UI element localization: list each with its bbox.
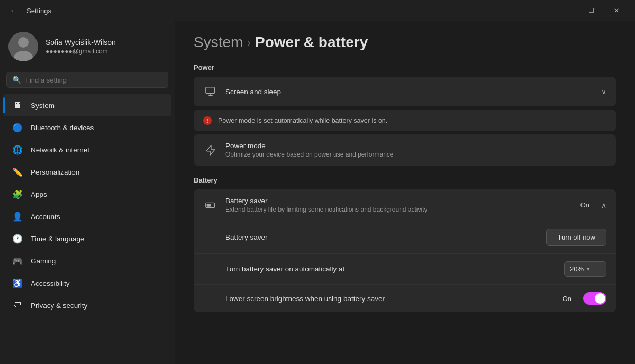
sidebar-item-label: Bluetooth & devices xyxy=(31,124,94,132)
lower-brightness-label: Lower screen brightness when using batte… xyxy=(225,295,555,303)
main-layout: Sofia Wyciślik-Wilson ●●●●●●●@gmail.com … xyxy=(0,21,635,364)
screen-sleep-title: Screen and sleep xyxy=(225,88,594,96)
power-mode-icon xyxy=(203,143,218,158)
toggle-thumb xyxy=(595,293,605,304)
content-area: System › Power & battery Power Screen an… xyxy=(175,21,635,364)
sidebar-item-accessibility[interactable]: ♿ Accessibility xyxy=(3,272,171,294)
warning-icon: ! xyxy=(203,116,212,125)
svg-rect-3 xyxy=(206,87,215,94)
sidebar-item-system[interactable]: 🖥 System xyxy=(3,94,171,116)
power-mode-title: Power mode xyxy=(225,142,606,150)
battery-section-title: Battery xyxy=(194,176,616,184)
power-mode-row[interactable]: Power mode Optimize your device based on… xyxy=(194,134,616,166)
user-info: Sofia Wyciślik-Wilson ●●●●●●●@gmail.com xyxy=(46,38,116,55)
accounts-icon: 👤 xyxy=(12,211,23,222)
accessibility-icon: ♿ xyxy=(12,277,23,289)
battery-saver-badge: On xyxy=(580,201,589,209)
window-controls: — ☐ ✕ xyxy=(554,2,629,19)
lower-brightness-row: Lower screen brightness when using batte… xyxy=(194,284,616,312)
screen-sleep-card: Screen and sleep ∨ xyxy=(194,77,616,106)
search-box[interactable]: 🔍 xyxy=(6,72,168,88)
svg-rect-5 xyxy=(207,204,211,207)
auto-battery-row: Turn battery saver on automatically at 2… xyxy=(194,253,616,284)
back-button[interactable]: ← xyxy=(6,3,21,18)
chevron-down-icon: ▾ xyxy=(587,266,590,272)
power-section-title: Power xyxy=(194,63,616,71)
close-button[interactable]: ✕ xyxy=(604,2,629,19)
screen-sleep-row[interactable]: Screen and sleep ∨ xyxy=(194,77,616,106)
sidebar-item-label: Apps xyxy=(31,190,47,198)
auto-battery-label: Turn battery saver on automatically at xyxy=(225,265,557,273)
gaming-icon: 🎮 xyxy=(12,255,23,267)
maximize-button[interactable]: ☐ xyxy=(579,2,603,19)
battery-saver-header[interactable]: Battery saver Extend battery life by lim… xyxy=(194,189,616,221)
lower-brightness-toggle[interactable] xyxy=(583,292,606,305)
sidebar-item-time[interactable]: 🕐 Time & language xyxy=(3,228,171,250)
battery-saver-text: Battery saver Extend battery life by lim… xyxy=(225,197,573,213)
sidebar-item-label: Time & language xyxy=(31,235,85,243)
back-icon: ← xyxy=(10,6,18,15)
sidebar-item-personalization[interactable]: ✏️ Personalization xyxy=(3,161,171,183)
system-icon: 🖥 xyxy=(12,99,23,111)
battery-section: Battery Battery saver Extend battery li xyxy=(194,176,616,312)
battery-saver-toggle-row: Battery saver Turn off now xyxy=(194,221,616,253)
warning-text: Power mode is set automatically while ba… xyxy=(218,117,387,124)
auto-battery-select[interactable]: 20% ▾ xyxy=(564,261,606,277)
power-mode-card: Power mode Optimize your device based on… xyxy=(194,134,616,166)
network-icon: 🌐 xyxy=(12,144,23,156)
battery-saver-card: Battery saver Extend battery life by lim… xyxy=(194,189,616,312)
battery-saver-sub: Extend battery life by limiting some not… xyxy=(225,206,573,213)
sidebar-item-label: Accounts xyxy=(31,213,60,221)
battery-saver-row-label: Battery saver xyxy=(225,233,539,241)
breadcrumb-parent[interactable]: System xyxy=(194,34,243,51)
user-email: ●●●●●●●@gmail.com xyxy=(46,48,116,55)
privacy-icon: 🛡 xyxy=(12,299,23,311)
battery-saver-title: Battery saver xyxy=(225,197,573,205)
battery-saver-chevron: ∧ xyxy=(601,201,606,210)
svg-point-1 xyxy=(18,37,29,48)
sidebar-item-label: Accessibility xyxy=(31,279,70,287)
apps-icon: 🧩 xyxy=(12,188,23,200)
auto-battery-value: 20% xyxy=(570,265,584,273)
sidebar-item-label: Privacy & security xyxy=(31,302,87,310)
user-profile[interactable]: Sofia Wyciślik-Wilson ●●●●●●●@gmail.com xyxy=(0,21,175,72)
sidebar-item-label: Gaming xyxy=(31,257,56,265)
power-mode-text: Power mode Optimize your device based on… xyxy=(225,142,606,158)
breadcrumb: System › Power & battery xyxy=(194,34,616,51)
user-name: Sofia Wyciślik-Wilson xyxy=(46,38,116,47)
avatar xyxy=(8,32,38,61)
screen-sleep-chevron: ∨ xyxy=(601,87,606,96)
sidebar-item-bluetooth[interactable]: 🔵 Bluetooth & devices xyxy=(3,116,171,139)
battery-saver-icon xyxy=(203,198,218,213)
minimize-button[interactable]: — xyxy=(554,2,578,19)
sidebar-item-privacy[interactable]: 🛡 Privacy & security xyxy=(3,294,171,316)
titlebar: ← Settings — ☐ ✕ xyxy=(0,0,635,21)
personalization-icon: ✏️ xyxy=(12,166,23,178)
sidebar-item-label: System xyxy=(31,102,55,110)
warning-card: ! Power mode is set automatically while … xyxy=(194,110,616,131)
screen-sleep-text: Screen and sleep xyxy=(225,88,594,96)
sidebar-item-accounts[interactable]: 👤 Accounts xyxy=(3,205,171,228)
sidebar-item-network[interactable]: 🌐 Network & internet xyxy=(3,139,171,161)
warning-row: ! Power mode is set automatically while … xyxy=(194,110,616,131)
power-mode-sub: Optimize your device based on power use … xyxy=(225,151,606,158)
sidebar-item-label: Network & internet xyxy=(31,146,89,154)
sidebar: Sofia Wyciślik-Wilson ●●●●●●●@gmail.com … xyxy=(0,21,175,364)
search-icon: 🔍 xyxy=(12,76,21,84)
time-icon: 🕐 xyxy=(12,233,23,244)
screen-sleep-icon xyxy=(203,84,218,99)
breadcrumb-current: Power & battery xyxy=(255,34,368,51)
app-title: Settings xyxy=(26,7,548,15)
lower-brightness-toggle-label: On xyxy=(563,295,572,303)
sidebar-item-apps[interactable]: 🧩 Apps xyxy=(3,183,171,205)
sidebar-item-gaming[interactable]: 🎮 Gaming xyxy=(3,250,171,272)
turn-off-button[interactable]: Turn off now xyxy=(546,229,606,246)
sidebar-item-label: Personalization xyxy=(31,168,79,176)
bluetooth-icon: 🔵 xyxy=(12,122,23,133)
breadcrumb-separator: › xyxy=(247,37,251,49)
search-input[interactable] xyxy=(25,76,162,84)
